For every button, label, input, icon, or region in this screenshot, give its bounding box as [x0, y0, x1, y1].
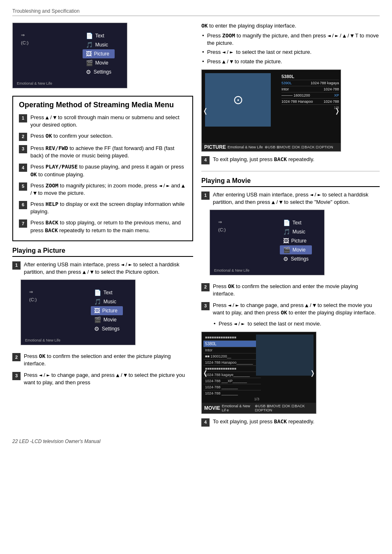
movie-menu-items: 📄 Text 🎵 Music 🖼 Picture 🎬 [280, 218, 312, 263]
movie-file-list: ■■■■■■■■■■■■■■ 5380L Intor ■■ 19001200__… [203, 335, 261, 402]
settings-icon2: ⚙ [94, 325, 99, 332]
picture-step-3: 3 Press ◄ / ► to change page, and press … [12, 372, 193, 386]
playing-picture-steps: 1 After entering USB main interface, pre… [12, 261, 193, 276]
playing-picture-title: Playing a Picture [12, 247, 193, 257]
picture-label: PICTURE [204, 144, 226, 150]
streaming-step-4-text: Press PLAY/PAUSE to pause playing, and p… [30, 163, 187, 178]
movie-playing-screenshot: ■■■■■■■■■■■■■■ 5380L Intor ■■ 19001200__… [201, 332, 316, 414]
menu-movie: 🎬 Movie [83, 58, 115, 67]
streaming-step-3: 3 Press REV/FWD to achieve the FF (fast … [19, 145, 187, 159]
picture-step-badge-1: 1 [12, 261, 21, 270]
movie-menu-settings: ⚙ Settings [280, 254, 312, 263]
picture-step-3-text: Press ◄ / ► to change page, and press ▲ … [24, 372, 193, 386]
usb-menu-intro-screenshot: ⇒ (C:) 📄 Text 🎵 Music 🖼 Picture [12, 23, 127, 88]
usb-menu-movie-screenshot: ⇒ (C:) 📄 Text 🎵 Music 🖼 [210, 210, 325, 275]
picture-bottom-status: PICTURE Emotional & New Life ⊕USB ⊠MOVE … [202, 143, 341, 151]
movie-file-row-3: ■■ 19001200__ [203, 353, 261, 360]
picture-menu-picture-selected: 🖼 Picture [91, 306, 123, 315]
movie-page-count: 1/3 [203, 396, 261, 402]
music-icon: 🎵 [86, 42, 93, 48]
streaming-step-2-text: Press OK to confirm your selection. [30, 132, 113, 140]
movie-file-row-2: Intor [203, 347, 261, 353]
movie-step-badge-1: 1 [201, 192, 210, 200]
movie-icon: 🎬 [86, 60, 93, 66]
menu-picture-selected: 🖼 Picture [83, 49, 115, 58]
picture-step4: 4 To exit playing, just press BACK repea… [201, 156, 380, 164]
photo-icon: ⊙ [233, 92, 243, 107]
movie-nav-right: ❭ [310, 369, 315, 377]
picture-step-badge-4: 4 [201, 156, 210, 164]
picture-step-badge-2: 2 [12, 353, 21, 361]
movie-file-row-selected: 5380L [203, 341, 261, 347]
step-badge-6: 6 [19, 201, 27, 209]
playing-movie-title: Playing a Movie [201, 177, 380, 187]
movie-file-row-6: 1024·788 kagaye________ [203, 372, 261, 378]
footer-text: 22 LED -LCD television Owner's Manual [12, 439, 100, 444]
movie-menu-movie-selected: 🎬 Movie [280, 245, 312, 254]
movie-bullets: Press ◄ / ► to select the last or next m… [213, 320, 380, 328]
movie-steps: 1 After entering USB main interface, pre… [201, 191, 380, 206]
streaming-section-title: Operating Method of Streaming Media Menu [19, 101, 187, 110]
picture-step-badge-3: 3 [12, 372, 21, 380]
picture-icon: 🖼 [86, 51, 92, 57]
movie-exit-step: 4 To exit playing, just press BACK repea… [201, 418, 380, 427]
settings-icon: ⚙ [86, 69, 91, 75]
picture-menu-movie: 🎬 Movie [91, 315, 123, 324]
movie-menu-text: 📄 Text [280, 218, 312, 227]
bullet-movie-select: Press ◄ / ► to select the last or next m… [213, 320, 380, 328]
usb-bottom-bar: Emotional & New Life [17, 81, 52, 85]
movie-step-1-text: After entering USB main interface, press… [213, 191, 380, 206]
streaming-step-2: 2 Press OK to confirm your selection. [19, 132, 187, 141]
movie-step-2: 2 Press OK to confirm the selection and … [201, 283, 380, 298]
bullet-rotate: Press ▲ / ▼ to rotate the picture. [201, 58, 380, 65]
streaming-step-6: 6 Press HELP to display or exit the scre… [19, 201, 187, 215]
streaming-step-1: 1 Press ▲ / ▼ to scroll through main men… [19, 114, 187, 129]
music-icon3: 🎵 [283, 229, 290, 235]
photo-display: ⊙ [205, 73, 271, 127]
menu-items: 📄 Text 🎵 Music 🖼 Picture 🎬 Movie [83, 31, 115, 76]
page-count: 1/8 [281, 105, 339, 110]
movie-menu-picture: 🖼 Picture [280, 236, 312, 245]
ok-enter-text: OK to enter the playing display interfac… [201, 23, 380, 29]
movie-bottom-status: MOVIE Emotional & New Lif e ⊕USB ⊠MOVE ⊡… [202, 403, 316, 413]
playing-picture-section: Playing a Picture 1 After entering USB m… [12, 247, 193, 386]
streaming-step-4: 4 Press PLAY/PAUSE to pause playing, and… [19, 163, 187, 178]
picture-menu-items: 📄 Text 🎵 Music 🖼 Picture 🎬 [91, 288, 123, 333]
nav-left-arrow: ❬ [203, 106, 208, 114]
movie-file-row-4: 1024·788 Hanapoo________ [203, 360, 261, 366]
settings-icon3: ⚙ [283, 256, 288, 262]
picture-bottom-bar: Emotional & New Life [25, 338, 60, 342]
step-badge-1: 1 [19, 114, 27, 122]
movie-file-row-8: 1024·788 ________ [203, 384, 261, 390]
movie-step-badge-4: 4 [201, 418, 210, 427]
bullet-select-pic: Press ◄ / ► to select the last or next p… [201, 48, 380, 56]
info-row-1: 5380L [281, 73, 339, 80]
step-badge-2: 2 [19, 133, 27, 141]
section-divider [201, 171, 380, 171]
movie-step-3: 3 Press ◄ / ► to change page, and press … [201, 302, 380, 316]
movie-steps-2-3: 2 Press OK to confirm the selection and … [201, 283, 380, 316]
picture-icon2: 🖼 [94, 307, 100, 314]
streaming-step-6-text: Press HELP to display or exit the screen… [30, 201, 187, 215]
picture-menu-text: 📄 Text [91, 288, 123, 297]
playing-movie-section: Playing a Movie 1 After entering USB mai… [201, 177, 380, 427]
streaming-step-3-text: Press REV/FWD to achieve the FF (fast fo… [30, 145, 187, 159]
drive-item-c: (C:) [21, 39, 28, 46]
info-row-4: 1024·788 Hanapoo 1024·788 [281, 99, 339, 105]
info-row-3: ——— 16001200 XP [281, 92, 339, 99]
streaming-step-7-text: Press BACK to stop playing, or return to… [30, 219, 187, 234]
picture-exit-step: 4 To exit playing, just press BACK repea… [201, 156, 380, 164]
usb-menu-picture-screenshot: ⇒ (C:) 📄 Text 🎵 Music 🖼 [21, 279, 136, 345]
movie-step-1: 1 After entering USB main interface, pre… [201, 191, 380, 206]
streaming-steps-list: 1 Press ▲ / ▼ to scroll through main men… [19, 114, 187, 234]
movie-bottom-bar: Emotional & New Life [214, 268, 249, 272]
streaming-step-5: 5 Press ZOOM to magnify pictures; in zoo… [19, 182, 187, 197]
picture-playing-screenshot: ⊙ ❬ ❭ 5380L 5390L 1024·788 kagaya Intor … [201, 69, 341, 152]
text-icon2: 📄 [94, 289, 101, 296]
movie-file-row-7: 1024·788 ___XP_______ [203, 378, 261, 384]
step-badge-5: 5 [19, 182, 27, 191]
picture-menu-music: 🎵 Music [91, 297, 123, 306]
movie-step-badge-3: 3 [201, 302, 210, 310]
movie-icon2: 🎬 [94, 316, 101, 323]
streaming-step-7: 7 Press BACK to stop playing, or return … [19, 219, 187, 234]
